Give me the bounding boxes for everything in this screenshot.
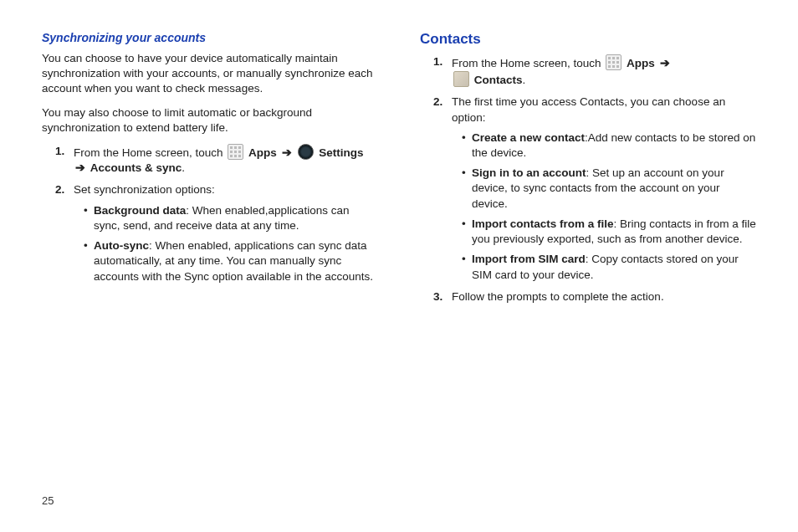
step-number: 1.	[55, 144, 64, 159]
step-number: 2.	[433, 95, 442, 110]
sync-heading: Synchronizing your accounts	[42, 30, 378, 46]
step-text: From the Home screen, touch	[452, 57, 604, 69]
contacts-options-list: Create a new contact:Add new contacts to…	[462, 130, 756, 283]
step-tail: .	[523, 74, 526, 86]
list-item: Import contacts from a file: Bring conta…	[462, 217, 756, 247]
option-term: Auto-sync	[94, 239, 149, 252]
option-term: Background data	[94, 204, 186, 217]
contacts-step-1: 1. From the Home screen, touch Apps ➔ Co…	[433, 54, 756, 88]
apps-label: Apps	[627, 57, 655, 69]
list-item: Background data: When enabled,applicatio…	[84, 203, 378, 233]
accounts-sync-label: Accounts & sync	[90, 161, 182, 174]
right-column: Contacts 1. From the Home screen, touch …	[420, 30, 756, 311]
contacts-step-3: 3. Follow the prompts to complete the ac…	[433, 289, 756, 304]
settings-icon	[298, 144, 314, 160]
step-text: From the Home screen, touch	[74, 146, 226, 159]
sync-intro-2: You may also choose to limit automatic o…	[42, 105, 378, 136]
arrow-icon: ➔	[660, 57, 670, 69]
sync-intro-1: You can choose to have your device autom…	[42, 51, 378, 97]
manual-page: Synchronizing your accounts You can choo…	[0, 0, 798, 328]
arrow-icon: ➔	[75, 161, 85, 174]
step-text: Set synchronization options:	[74, 183, 215, 196]
step-text: The first time you access Contacts, you …	[452, 95, 725, 123]
option-term: Create a new contact	[472, 131, 585, 144]
step-text: Follow the prompts to complete the actio…	[452, 290, 664, 303]
contacts-heading: Contacts	[420, 30, 756, 49]
apps-label: Apps	[248, 146, 277, 159]
sync-step-1: 1. From the Home screen, touch Apps ➔ Se…	[55, 144, 378, 176]
settings-label: Settings	[319, 146, 363, 159]
list-item: Sign in to an account: Set up an account…	[462, 166, 756, 212]
contacts-label: Contacts	[474, 74, 523, 86]
contacts-steps: 1. From the Home screen, touch Apps ➔ Co…	[433, 54, 756, 304]
step-number: 1.	[433, 54, 442, 69]
step-number: 3.	[433, 289, 442, 304]
list-item: Auto-sync: When enabled, applications ca…	[84, 238, 378, 284]
option-term: Import from SIM card	[472, 253, 586, 265]
sync-step-2: 2. Set synchronization options: Backgrou…	[55, 182, 378, 284]
sync-steps: 1. From the Home screen, touch Apps ➔ Se…	[55, 144, 378, 284]
page-number: 25	[42, 494, 54, 507]
apps-icon	[606, 54, 622, 70]
contacts-icon	[453, 71, 469, 87]
left-column: Synchronizing your accounts You can choo…	[42, 30, 378, 311]
arrow-icon: ➔	[282, 146, 292, 159]
step-number: 2.	[55, 182, 64, 197]
sync-options-list: Background data: When enabled,applicatio…	[84, 203, 378, 284]
step-tail: .	[182, 161, 185, 174]
option-term: Import contacts from a file	[472, 217, 614, 230]
list-item: Create a new contact:Add new contacts to…	[462, 130, 756, 161]
list-item: Import from SIM card: Copy contacts stor…	[462, 252, 756, 282]
apps-icon	[228, 144, 243, 160]
contacts-step-2: 2. The first time you access Contacts, y…	[433, 95, 756, 282]
option-term: Sign in to an account	[472, 166, 586, 179]
